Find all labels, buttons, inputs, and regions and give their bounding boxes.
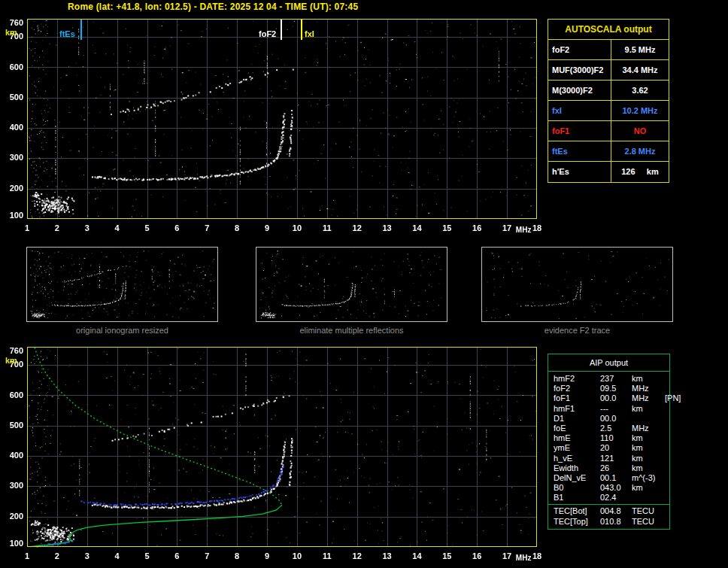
hEs-label: h'Es [548,162,611,182]
fxI-marker-line [301,20,302,40]
hmE-unit: km [632,433,665,443]
B0-extra [665,483,669,493]
table-row: h_vE121km [554,454,669,463]
table-row: foF100.0MHz[PN] [554,393,669,403]
foF1-value: 00.0 [600,393,632,403]
foF2-value: 09.5 [600,384,632,393]
table-row: foF2 9.5 MHz [548,40,669,60]
thumbnail-evidence-f2-trace [481,247,673,322]
tec-top-unit: TECU [632,517,665,527]
hmE-label: hmE [554,433,600,443]
h_vE-unit: km [632,454,665,463]
B1-value: 02.4 [600,493,632,503]
foF2-extra [665,384,669,393]
ftEs-label: ftEs [548,141,611,161]
foF2-marker-label: foF2 [259,29,276,38]
ymE-extra [665,443,669,453]
table-row: ymE20km [554,443,669,453]
table-row: B102.4 [554,493,669,503]
hmF2-value: 237 [600,374,632,384]
foF2-marker-line [281,20,282,40]
tec-top-value: 010.8 [600,517,632,527]
tec-bot-label: TEC[Bot] [554,506,600,516]
table-row: MUF(3000)F2 34.4 MHz [548,60,669,80]
hmF1-label: hmF1 [554,404,600,414]
main-ionogram-chart [0,14,548,235]
thumbnail-caption: original ionogram resized [26,326,219,335]
D1-extra [665,414,669,424]
D1-label: D1 [554,414,600,424]
B1-unit [632,493,665,503]
tec-bot-value: 004.8 [600,506,632,516]
table-row: foF1 NO [548,121,669,141]
foF1-label: foF1 [548,121,611,141]
table-row: foF209.5MHz [554,384,669,393]
table-row: ftEs 2.8 MHz [548,141,669,162]
tec-top-label: TEC[Top] [554,517,600,527]
foE-value: 2.5 [600,424,632,433]
foF1-value: NO [611,121,669,141]
D1-unit [632,414,665,424]
B0-unit: km [632,483,665,493]
ftEs-marker-line [80,20,82,40]
table-row: hmE110km [554,433,669,443]
thumbnail-original-ionogram [26,247,218,322]
ftEs-marker-label: ftEs [59,29,75,38]
h_vE-label: h_vE [554,454,600,463]
table-row: D100.0 [554,414,669,424]
aip-rows: hmF2237km foF209.5MHz foF100.0MHz[PN] hm… [548,372,669,504]
DelN_vE-value: 00.1 [600,473,632,483]
hmF2-extra [665,374,669,384]
D1-value: 00.0 [600,414,632,424]
hmF1-unit: km [632,404,665,414]
thumbnail-caption: evidence F2 trace [481,326,674,335]
hmF1-extra [665,404,669,414]
Ewidth-extra [665,463,669,473]
fxI-value: 10.2 MHz [611,101,669,120]
h_vE-value: 121 [600,454,632,463]
hmF2-unit: km [632,374,665,384]
fxI-label: fxI [548,101,611,120]
aip-tec-rows: TEC[Bot]004.8TECU TEC[Top]010.8TECU [548,505,669,528]
DelN_vE-extra [665,473,669,483]
table-row: B0043.0km [554,483,669,493]
ymE-label: ymE [554,443,600,453]
tec-bot-extra [665,506,669,516]
hmF2-label: hmF2 [554,374,600,384]
autoscala-output-table: AUTOSCALA output foF2 9.5 MHz MUF(3000)F… [548,19,669,183]
hmE-extra [665,433,669,443]
table-row: TEC[Bot]004.8TECU [554,506,669,516]
ymE-unit: km [632,443,665,453]
table-row: M(3000)F2 3.62 [548,80,669,101]
aip-output-table: AIP output hmF2237km foF209.5MHz foF100.… [548,354,670,530]
m3000f2-label: M(3000)F2 [548,80,611,100]
foE-extra [665,424,669,433]
muf3000f2-label: MUF(3000)F2 [548,60,611,80]
profile-ionogram-chart [0,343,548,567]
B1-extra [665,493,669,503]
fxI-marker-label: fxI [305,29,314,38]
tec-top-extra [665,517,669,527]
DelN_vE-label: DelN_vE [554,473,600,483]
m3000f2-value: 3.62 [611,80,669,100]
ftEs-value: 2.8 MHz [611,141,669,161]
table-row: fxI 10.2 MHz [548,101,669,121]
tec-bot-unit: TECU [632,506,665,516]
table-row: foE2.5MHz [554,424,669,433]
aip-table-title: AIP output [548,354,669,372]
foE-label: foE [554,424,600,433]
foE-unit: MHz [632,424,665,433]
DelN_vE-unit: m^(-3) [632,473,665,483]
B1-label: B1 [554,493,600,503]
B0-value: 043.0 [600,483,632,493]
Ewidth-value: 26 [600,463,632,473]
table-row: TEC[Top]010.8TECU [554,517,669,527]
table-row: h'Es 126 km [548,162,669,182]
thumbnail-caption: eliminate multiple reflections [255,326,448,335]
table-row: Ewidth26km [554,463,669,473]
hEs-value: 126 km [611,162,669,182]
ymE-value: 20 [600,443,632,453]
autoscala-table-title: AUTOSCALA output [548,20,669,40]
foF2-label: foF2 [554,384,600,393]
thumbnail-eliminate-reflections [256,247,447,322]
